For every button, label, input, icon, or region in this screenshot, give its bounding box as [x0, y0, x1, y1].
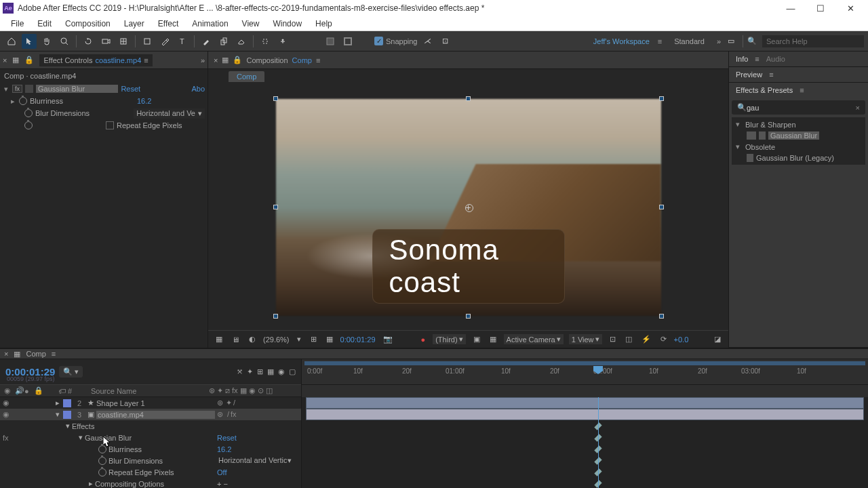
- handle-bm[interactable]: [466, 314, 471, 319]
- mask-icon[interactable]: ◐: [247, 335, 258, 344]
- tl-tool-icon[interactable]: ✦: [247, 367, 253, 376]
- rectangle-tool[interactable]: [140, 34, 155, 49]
- label-color[interactable]: [63, 399, 71, 407]
- fast-preview-icon[interactable]: ⚡: [639, 335, 653, 344]
- snapping-checkbox[interactable]: ✓ Snapping: [374, 37, 418, 45]
- snap-opt2-icon[interactable]: ⊡: [438, 34, 453, 49]
- menu-edit[interactable]: Edit: [31, 18, 58, 30]
- fx-badge[interactable]: fx: [12, 85, 22, 93]
- alpha-icon[interactable]: ▦: [214, 335, 224, 344]
- menu-effect[interactable]: Effect: [151, 18, 185, 30]
- tab-preview[interactable]: Preview: [736, 70, 762, 79]
- menu-file[interactable]: File: [4, 18, 31, 30]
- channel-icon[interactable]: ●: [419, 336, 428, 344]
- panel-settings-icon[interactable]: ◪: [712, 335, 723, 344]
- viewer-time[interactable]: 0:00:01:29: [340, 336, 376, 344]
- dim-dropdown[interactable]: Horizontal and Vertic▾: [218, 456, 298, 465]
- tab-effect-controls[interactable]: Effect Controls coastline.mp4 ≡: [39, 54, 152, 66]
- prop-value[interactable]: 16.2: [217, 445, 298, 453]
- preset-category[interactable]: ▾ Blur & Sharpen: [732, 119, 865, 130]
- tab-comp-name[interactable]: Comp: [292, 56, 312, 64]
- eye-icon[interactable]: ◉: [3, 399, 11, 407]
- tl-tool-icon[interactable]: ▦: [267, 367, 274, 376]
- zoom-dropdown-icon[interactable]: ▾: [295, 335, 303, 344]
- snap-opt1-icon[interactable]: ⋌: [420, 34, 435, 49]
- tl-tool-icon[interactable]: ▢: [289, 367, 296, 376]
- menu-animation[interactable]: Animation: [185, 18, 235, 30]
- rotation-tool[interactable]: [81, 34, 96, 49]
- exposure-value[interactable]: +0.0: [674, 336, 689, 344]
- tab-menu-icon[interactable]: ≡: [52, 350, 56, 358]
- preset-item-gaussian-blur-legacy[interactable]: Gaussian Blur (Legacy): [732, 152, 865, 163]
- timeline-tab[interactable]: Comp: [26, 350, 45, 358]
- repeat-checkbox[interactable]: [106, 121, 114, 129]
- panel-close-icon[interactable]: ×: [3, 56, 7, 64]
- zoom-tool[interactable]: [57, 34, 72, 49]
- tab-menu-icon[interactable]: ≡: [769, 70, 773, 79]
- about-link[interactable]: Abo: [191, 85, 205, 93]
- minimize-button[interactable]: —: [776, 0, 806, 16]
- transparency-icon[interactable]: ▦: [488, 335, 498, 344]
- menu-help[interactable]: Help: [309, 18, 339, 30]
- blur-dim-dropdown[interactable]: Horizontal and Ve▾: [134, 108, 205, 119]
- tl-tool-icon[interactable]: ⊞: [257, 367, 263, 376]
- close-button[interactable]: ✕: [835, 0, 865, 16]
- tab-menu-icon[interactable]: ≡: [144, 56, 148, 64]
- share-icon[interactable]: ⊡: [608, 335, 618, 344]
- grid-icon[interactable]: ▦: [324, 335, 335, 344]
- timeline-search[interactable]: 🔍 ▾: [59, 366, 83, 378]
- menu-composition[interactable]: Composition: [58, 18, 117, 30]
- preset-item-gaussian-blur[interactable]: Gaussian Blur: [732, 130, 865, 141]
- stopwatch-icon[interactable]: [24, 109, 33, 117]
- eye-icon[interactable]: ◉: [3, 410, 11, 419]
- prop-value[interactable]: Off: [217, 468, 298, 476]
- search-help-input[interactable]: [762, 35, 864, 47]
- layer-row-shape[interactable]: ◉ ▸ 2 ★ Shape Layer 1 ⊛✦/: [0, 397, 301, 409]
- time-ruler[interactable]: 0:00f 10f 20f 01:00f 10f 20f 02:00f 10f …: [302, 359, 868, 385]
- anchor-point-icon[interactable]: [463, 202, 474, 213]
- reset-exposure-icon[interactable]: ⟳: [658, 335, 669, 344]
- timeline-tracks[interactable]: [302, 397, 868, 488]
- stroke-icon[interactable]: [340, 34, 355, 49]
- 3d-icon[interactable]: ◫: [623, 335, 634, 344]
- resolution-dropdown[interactable]: (Third)▾: [433, 334, 465, 344]
- stopwatch-icon[interactable]: [98, 457, 106, 465]
- tl-tool-icon[interactable]: ⤧: [237, 367, 243, 376]
- eraser-tool[interactable]: [234, 34, 249, 49]
- handle-tr[interactable]: [659, 96, 664, 101]
- menu-layer[interactable]: Layer: [117, 18, 151, 30]
- layer-bar[interactable]: [306, 397, 864, 409]
- roi-icon[interactable]: ▣: [471, 335, 482, 344]
- panel-lock-icon[interactable]: 🔒: [233, 56, 242, 64]
- pan-behind-tool[interactable]: [116, 34, 131, 49]
- type-tool[interactable]: T: [175, 34, 190, 49]
- maximize-button[interactable]: ☐: [806, 0, 835, 16]
- display-icon[interactable]: 🖥: [230, 336, 241, 344]
- brush-tool[interactable]: [199, 34, 214, 49]
- clone-tool[interactable]: [216, 34, 231, 49]
- clear-search-icon[interactable]: ×: [856, 104, 860, 112]
- tab-effects-presets[interactable]: Effects & Presets: [736, 86, 793, 94]
- tab-audio[interactable]: Audio: [766, 55, 785, 63]
- workspace-menu-icon[interactable]: ≡: [658, 37, 662, 45]
- presets-search-input[interactable]: [747, 104, 856, 112]
- panel-close-icon[interactable]: ×: [4, 350, 8, 358]
- tl-comp-opts[interactable]: ▸ Compositing Options + −: [0, 478, 301, 488]
- work-area[interactable]: [304, 361, 865, 365]
- reset-link[interactable]: Reset: [121, 85, 189, 93]
- views-dropdown[interactable]: 1 View▾: [569, 334, 602, 344]
- stopwatch-icon[interactable]: [24, 121, 33, 129]
- home-tool[interactable]: [4, 34, 19, 49]
- menu-window[interactable]: Window: [266, 18, 309, 30]
- handle-bl[interactable]: [273, 314, 278, 319]
- camera-dropdown[interactable]: Active Camera▾: [504, 334, 564, 344]
- handle-tm[interactable]: [466, 96, 471, 101]
- toolbar-icon[interactable]: ▭: [724, 34, 738, 49]
- layer-row-coastline[interactable]: ◉ ▾ 3 ▣ coastline.mp4 ⊛/fx: [0, 409, 301, 420]
- layer-bar[interactable]: [306, 409, 864, 420]
- rotobrush-tool[interactable]: [258, 34, 273, 49]
- label-color[interactable]: [63, 411, 71, 419]
- effects-group[interactable]: ▾ Effects: [0, 420, 301, 432]
- hand-tool[interactable]: [39, 34, 54, 49]
- stopwatch-icon[interactable]: [98, 468, 106, 476]
